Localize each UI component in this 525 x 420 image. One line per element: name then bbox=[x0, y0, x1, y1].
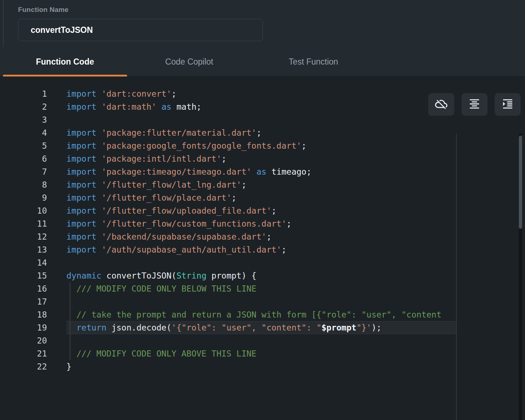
code-line[interactable]: 12import '/backend/supabase/supabase.dar… bbox=[0, 230, 456, 243]
tab-function-code[interactable]: Function Code bbox=[3, 48, 127, 76]
code-line[interactable]: 14 bbox=[0, 256, 456, 269]
disconnect-button[interactable] bbox=[428, 93, 454, 116]
code-editor: 1import 'dart:convert';2import 'dart:mat… bbox=[0, 76, 525, 420]
code-text: import 'dart:math' as math; bbox=[66, 100, 456, 113]
format-code-button[interactable] bbox=[461, 93, 487, 116]
code-text: import 'package:intl/intl.dart'; bbox=[66, 152, 456, 165]
scrollbar-thumb[interactable] bbox=[519, 136, 522, 229]
code-text: import '/backend/supabase/supabase.dart'… bbox=[66, 230, 456, 243]
code-line[interactable]: 10import '/flutter_flow/uploaded_file.da… bbox=[0, 204, 456, 217]
function-editor-page: Function Name convertToJSON Function Cod… bbox=[0, 0, 525, 420]
code-line[interactable]: 16 /// MODIFY CODE ONLY BELOW THIS LINE bbox=[0, 282, 456, 295]
line-number: 12 bbox=[0, 230, 47, 243]
code-line[interactable]: 3 bbox=[0, 113, 456, 126]
code-text bbox=[66, 256, 456, 269]
line-number: 7 bbox=[0, 165, 47, 178]
line-number: 11 bbox=[0, 217, 47, 230]
code-line[interactable]: 20 bbox=[0, 334, 456, 347]
code-line[interactable]: 11import '/flutter_flow/custom_functions… bbox=[0, 217, 456, 230]
function-name-input[interactable]: convertToJSON bbox=[18, 19, 263, 41]
indent-guide-line bbox=[70, 282, 70, 360]
line-number: 3 bbox=[0, 113, 47, 126]
line-number: 22 bbox=[0, 360, 47, 373]
line-number: 4 bbox=[0, 126, 47, 139]
format-align-center-icon bbox=[468, 98, 481, 111]
tab-code-copilot[interactable]: Code Copilot bbox=[127, 48, 251, 76]
code-line[interactable]: 21 /// MODIFY CODE ONLY ABOVE THIS LINE bbox=[0, 347, 456, 360]
code-text: // take the prompt and return a JSON wit… bbox=[66, 308, 456, 321]
line-number: 6 bbox=[0, 152, 47, 165]
line-number: 18 bbox=[0, 308, 47, 321]
code-line[interactable]: 15dynamic convertToJSON(String prompt) { bbox=[0, 269, 456, 282]
code-line[interactable]: 9import '/flutter_flow/place.dart'; bbox=[0, 191, 456, 204]
line-number: 1 bbox=[0, 87, 47, 100]
line-number: 10 bbox=[0, 204, 47, 217]
code-line[interactable]: 5import 'package:google_fonts/google_fon… bbox=[0, 139, 456, 152]
code-text: import '/auth/supabase_auth/auth_util.da… bbox=[66, 243, 456, 256]
cloud-off-icon bbox=[435, 98, 447, 111]
editor-toolbar bbox=[428, 93, 521, 116]
code-line[interactable]: 22} bbox=[0, 360, 456, 373]
code-text: import '/flutter_flow/uploaded_file.dart… bbox=[66, 204, 456, 217]
code-line[interactable]: 17 bbox=[0, 295, 456, 308]
editor-divider bbox=[456, 134, 457, 420]
format-indent-increase-icon bbox=[502, 98, 514, 111]
code-text: import 'package:flutter/material.dart'; bbox=[66, 126, 456, 139]
code-text: import 'package:timeago/timeago.dart' as… bbox=[66, 165, 456, 178]
code-text: /// MODIFY CODE ONLY ABOVE THIS LINE bbox=[66, 347, 456, 360]
line-number: 15 bbox=[0, 269, 47, 282]
code-line[interactable]: 6import 'package:intl/intl.dart'; bbox=[0, 152, 456, 165]
code-text bbox=[66, 113, 456, 126]
line-number: 13 bbox=[0, 243, 47, 256]
code-text: import '/flutter_flow/custom_functions.d… bbox=[66, 217, 456, 230]
code-line[interactable]: 4import 'package:flutter/material.dart'; bbox=[0, 126, 456, 139]
code-line[interactable]: 13import '/auth/supabase_auth/auth_util.… bbox=[0, 243, 456, 256]
auto-indent-button[interactable] bbox=[495, 93, 521, 116]
code-text: dynamic convertToJSON(String prompt) { bbox=[66, 269, 456, 282]
code-line[interactable]: 8import '/flutter_flow/lat_lng.dart'; bbox=[0, 178, 456, 191]
code-text: return json.decode('{"role": "user", "co… bbox=[66, 321, 456, 334]
line-number: 2 bbox=[0, 100, 47, 113]
line-number: 20 bbox=[0, 334, 47, 347]
line-number: 5 bbox=[0, 139, 47, 152]
code-text: import 'package:google_fonts/google_font… bbox=[66, 139, 456, 152]
code-text: import '/flutter_flow/place.dart'; bbox=[66, 191, 456, 204]
code-text bbox=[66, 295, 456, 308]
code-lines: 1import 'dart:convert';2import 'dart:mat… bbox=[0, 87, 456, 373]
code-line[interactable]: 1import 'dart:convert'; bbox=[0, 87, 456, 100]
code-text: import 'dart:convert'; bbox=[66, 87, 456, 100]
line-number: 9 bbox=[0, 191, 47, 204]
line-number: 16 bbox=[0, 282, 47, 295]
code-line[interactable]: 18 // take the prompt and return a JSON … bbox=[0, 308, 456, 321]
line-number: 8 bbox=[0, 178, 47, 191]
code-text: import '/flutter_flow/lat_lng.dart'; bbox=[66, 178, 456, 191]
code-line[interactable]: 7import 'package:timeago/timeago.dart' a… bbox=[0, 165, 456, 178]
tab-test-function[interactable]: Test Function bbox=[251, 48, 376, 76]
function-name-label: Function Name bbox=[18, 6, 69, 14]
code-line[interactable]: 2import 'dart:math' as math; bbox=[0, 100, 456, 113]
panel-left-edge bbox=[3, 0, 4, 47]
editor-scrollbar[interactable] bbox=[519, 134, 522, 420]
code-text bbox=[66, 334, 456, 347]
code-text: /// MODIFY CODE ONLY BELOW THIS LINE bbox=[66, 282, 456, 295]
line-number: 21 bbox=[0, 347, 47, 360]
line-number: 19 bbox=[0, 321, 47, 334]
code-text: } bbox=[66, 360, 456, 373]
code-line[interactable]: 19 return json.decode('{"role": "user", … bbox=[0, 321, 456, 334]
line-number: 14 bbox=[0, 256, 47, 269]
line-number: 17 bbox=[0, 295, 47, 308]
editor-tabbar: Function Code Code Copilot Test Function bbox=[0, 48, 525, 76]
